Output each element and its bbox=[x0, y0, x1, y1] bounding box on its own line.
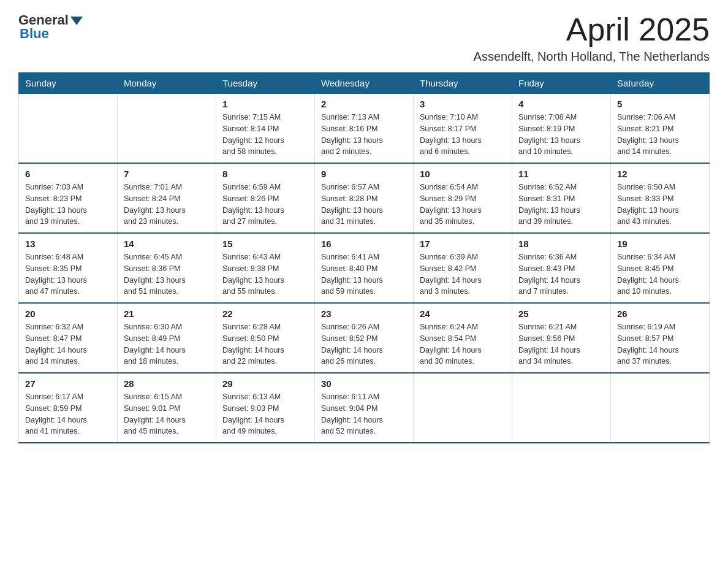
day-info: Sunrise: 6:17 AM Sunset: 8:59 PM Dayligh… bbox=[25, 391, 111, 437]
calendar-cell: 12Sunrise: 6:50 AM Sunset: 8:33 PM Dayli… bbox=[611, 163, 710, 233]
day-info: Sunrise: 6:39 AM Sunset: 8:42 PM Dayligh… bbox=[420, 251, 506, 297]
title-block: April 2025 Assendelft, North Holland, Th… bbox=[474, 12, 710, 64]
day-info: Sunrise: 7:08 AM Sunset: 8:19 PM Dayligh… bbox=[518, 112, 604, 158]
calendar-cell: 27Sunrise: 6:17 AM Sunset: 8:59 PM Dayli… bbox=[19, 373, 118, 443]
day-number: 17 bbox=[420, 239, 506, 249]
calendar-cell: 18Sunrise: 6:36 AM Sunset: 8:43 PM Dayli… bbox=[512, 233, 611, 303]
calendar-header-thursday: Thursday bbox=[414, 73, 512, 94]
day-info: Sunrise: 7:15 AM Sunset: 8:14 PM Dayligh… bbox=[222, 112, 308, 158]
day-info: Sunrise: 6:28 AM Sunset: 8:50 PM Dayligh… bbox=[222, 321, 308, 367]
calendar-week-row: 20Sunrise: 6:32 AM Sunset: 8:47 PM Dayli… bbox=[19, 303, 710, 373]
calendar-header-friday: Friday bbox=[512, 73, 611, 94]
day-info: Sunrise: 6:48 AM Sunset: 8:35 PM Dayligh… bbox=[25, 251, 111, 297]
day-number: 2 bbox=[321, 99, 407, 109]
calendar-header-monday: Monday bbox=[118, 73, 216, 94]
day-number: 15 bbox=[222, 239, 308, 249]
day-info: Sunrise: 6:13 AM Sunset: 9:03 PM Dayligh… bbox=[222, 391, 308, 437]
day-info: Sunrise: 6:30 AM Sunset: 8:49 PM Dayligh… bbox=[124, 321, 210, 367]
calendar-cell: 16Sunrise: 6:41 AM Sunset: 8:40 PM Dayli… bbox=[315, 233, 414, 303]
day-number: 5 bbox=[617, 99, 703, 109]
calendar-cell bbox=[19, 94, 118, 164]
day-number: 6 bbox=[25, 169, 111, 179]
day-info: Sunrise: 7:03 AM Sunset: 8:23 PM Dayligh… bbox=[25, 182, 111, 228]
day-number: 25 bbox=[518, 308, 604, 319]
day-info: Sunrise: 7:10 AM Sunset: 8:17 PM Dayligh… bbox=[420, 112, 506, 158]
day-number: 1 bbox=[222, 99, 308, 109]
day-number: 22 bbox=[222, 308, 308, 319]
calendar-header-wednesday: Wednesday bbox=[315, 73, 414, 94]
day-info: Sunrise: 6:54 AM Sunset: 8:29 PM Dayligh… bbox=[420, 182, 506, 228]
day-info: Sunrise: 6:36 AM Sunset: 8:43 PM Dayligh… bbox=[518, 251, 604, 297]
day-number: 12 bbox=[617, 169, 703, 179]
calendar-cell bbox=[118, 94, 216, 164]
day-number: 8 bbox=[222, 169, 308, 179]
day-info: Sunrise: 6:11 AM Sunset: 9:04 PM Dayligh… bbox=[321, 391, 407, 437]
day-info: Sunrise: 6:50 AM Sunset: 8:33 PM Dayligh… bbox=[617, 182, 703, 228]
calendar-week-row: 27Sunrise: 6:17 AM Sunset: 8:59 PM Dayli… bbox=[19, 373, 710, 443]
calendar-cell: 14Sunrise: 6:45 AM Sunset: 8:36 PM Dayli… bbox=[118, 233, 216, 303]
calendar-cell: 13Sunrise: 6:48 AM Sunset: 8:35 PM Dayli… bbox=[19, 233, 118, 303]
calendar-cell: 10Sunrise: 6:54 AM Sunset: 8:29 PM Dayli… bbox=[414, 163, 512, 233]
page-subtitle: Assendelft, North Holland, The Netherlan… bbox=[474, 50, 710, 64]
calendar-cell: 23Sunrise: 6:26 AM Sunset: 8:52 PM Dayli… bbox=[315, 303, 414, 373]
calendar-cell: 8Sunrise: 6:59 AM Sunset: 8:26 PM Daylig… bbox=[216, 163, 315, 233]
day-info: Sunrise: 7:01 AM Sunset: 8:24 PM Dayligh… bbox=[124, 182, 210, 228]
calendar-week-row: 1Sunrise: 7:15 AM Sunset: 8:14 PM Daylig… bbox=[19, 94, 710, 164]
calendar-cell: 19Sunrise: 6:34 AM Sunset: 8:45 PM Dayli… bbox=[611, 233, 710, 303]
calendar-cell: 29Sunrise: 6:13 AM Sunset: 9:03 PM Dayli… bbox=[216, 373, 315, 443]
logo: General Blue bbox=[18, 12, 83, 42]
calendar-cell: 26Sunrise: 6:19 AM Sunset: 8:57 PM Dayli… bbox=[611, 303, 710, 373]
day-info: Sunrise: 6:15 AM Sunset: 9:01 PM Dayligh… bbox=[124, 391, 210, 437]
calendar-cell: 3Sunrise: 7:10 AM Sunset: 8:17 PM Daylig… bbox=[414, 94, 512, 164]
day-number: 28 bbox=[124, 378, 210, 389]
day-number: 10 bbox=[420, 169, 506, 179]
day-info: Sunrise: 6:45 AM Sunset: 8:36 PM Dayligh… bbox=[124, 251, 210, 297]
day-number: 13 bbox=[25, 239, 111, 249]
calendar-cell: 11Sunrise: 6:52 AM Sunset: 8:31 PM Dayli… bbox=[512, 163, 611, 233]
day-number: 30 bbox=[321, 378, 407, 389]
calendar-cell: 5Sunrise: 7:06 AM Sunset: 8:21 PM Daylig… bbox=[611, 94, 710, 164]
calendar-cell: 21Sunrise: 6:30 AM Sunset: 8:49 PM Dayli… bbox=[118, 303, 216, 373]
calendar-cell: 28Sunrise: 6:15 AM Sunset: 9:01 PM Dayli… bbox=[118, 373, 216, 443]
calendar-week-row: 6Sunrise: 7:03 AM Sunset: 8:23 PM Daylig… bbox=[19, 163, 710, 233]
day-number: 7 bbox=[124, 169, 210, 179]
logo-blue-text: Blue bbox=[20, 26, 49, 42]
day-number: 9 bbox=[321, 169, 407, 179]
calendar-cell: 20Sunrise: 6:32 AM Sunset: 8:47 PM Dayli… bbox=[19, 303, 118, 373]
page-title: April 2025 bbox=[474, 12, 710, 47]
day-number: 19 bbox=[617, 239, 703, 249]
calendar-cell: 24Sunrise: 6:24 AM Sunset: 8:54 PM Dayli… bbox=[414, 303, 512, 373]
day-info: Sunrise: 6:32 AM Sunset: 8:47 PM Dayligh… bbox=[25, 321, 111, 367]
day-number: 14 bbox=[124, 239, 210, 249]
calendar-cell: 2Sunrise: 7:13 AM Sunset: 8:16 PM Daylig… bbox=[315, 94, 414, 164]
calendar-table: SundayMondayTuesdayWednesdayThursdayFrid… bbox=[18, 72, 710, 443]
calendar-cell: 15Sunrise: 6:43 AM Sunset: 8:38 PM Dayli… bbox=[216, 233, 315, 303]
logo-arrow-icon bbox=[70, 17, 83, 25]
day-info: Sunrise: 6:52 AM Sunset: 8:31 PM Dayligh… bbox=[518, 182, 604, 228]
day-info: Sunrise: 7:06 AM Sunset: 8:21 PM Dayligh… bbox=[617, 112, 703, 158]
day-info: Sunrise: 6:19 AM Sunset: 8:57 PM Dayligh… bbox=[617, 321, 703, 367]
calendar-week-row: 13Sunrise: 6:48 AM Sunset: 8:35 PM Dayli… bbox=[19, 233, 710, 303]
day-info: Sunrise: 6:41 AM Sunset: 8:40 PM Dayligh… bbox=[321, 251, 407, 297]
day-info: Sunrise: 6:59 AM Sunset: 8:26 PM Dayligh… bbox=[222, 182, 308, 228]
day-number: 26 bbox=[617, 308, 703, 319]
day-info: Sunrise: 7:13 AM Sunset: 8:16 PM Dayligh… bbox=[321, 112, 407, 158]
day-number: 27 bbox=[25, 378, 111, 389]
day-info: Sunrise: 6:57 AM Sunset: 8:28 PM Dayligh… bbox=[321, 182, 407, 228]
day-number: 4 bbox=[518, 99, 604, 109]
calendar-cell: 22Sunrise: 6:28 AM Sunset: 8:50 PM Dayli… bbox=[216, 303, 315, 373]
day-number: 3 bbox=[420, 99, 506, 109]
day-number: 21 bbox=[124, 308, 210, 319]
calendar-cell: 6Sunrise: 7:03 AM Sunset: 8:23 PM Daylig… bbox=[19, 163, 118, 233]
calendar-cell: 25Sunrise: 6:21 AM Sunset: 8:56 PM Dayli… bbox=[512, 303, 611, 373]
calendar-header-row: SundayMondayTuesdayWednesdayThursdayFrid… bbox=[19, 73, 710, 94]
day-info: Sunrise: 6:24 AM Sunset: 8:54 PM Dayligh… bbox=[420, 321, 506, 367]
day-info: Sunrise: 6:21 AM Sunset: 8:56 PM Dayligh… bbox=[518, 321, 604, 367]
day-number: 29 bbox=[222, 378, 308, 389]
calendar-header-saturday: Saturday bbox=[611, 73, 710, 94]
page-header: General Blue April 2025 Assendelft, Nort… bbox=[18, 12, 710, 64]
day-number: 11 bbox=[518, 169, 604, 179]
day-number: 18 bbox=[518, 239, 604, 249]
calendar-cell: 9Sunrise: 6:57 AM Sunset: 8:28 PM Daylig… bbox=[315, 163, 414, 233]
calendar-cell bbox=[414, 373, 512, 443]
